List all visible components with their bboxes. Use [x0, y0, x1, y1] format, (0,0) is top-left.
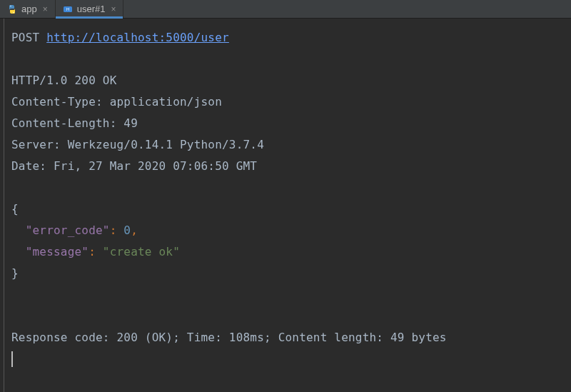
http-method: POST	[11, 31, 39, 44]
tab-app[interactable]: app ×	[0, 0, 56, 18]
blank-line	[11, 49, 565, 70]
tab-user1[interactable]: H user#1 ×	[56, 0, 124, 18]
blank-line	[11, 306, 565, 327]
http-icon: H	[63, 4, 73, 14]
json-line-message: "message": "create ok"	[11, 241, 565, 263]
gutter	[0, 19, 4, 392]
request-url[interactable]: http://localhost:5000/user	[46, 31, 229, 44]
tab-label: user#1	[77, 4, 106, 14]
tab-label: app	[21, 4, 37, 14]
python-icon	[7, 4, 17, 14]
response-summary: Response code: 200 (OK); Time: 108ms; Co…	[11, 327, 565, 348]
json-open: {	[11, 198, 565, 220]
request-line: POST http://localhost:5000/user	[11, 27, 565, 49]
status-line: HTTP/1.0 200 OK	[11, 70, 565, 91]
editor-pane[interactable]: POST http://localhost:5000/user HTTP/1.0…	[0, 19, 571, 378]
header-content-length: Content-Length: 49	[11, 113, 565, 134]
header-server: Server: Werkzeug/0.14.1 Python/3.7.4	[11, 134, 565, 156]
header-date: Date: Fri, 27 Mar 2020 07:06:50 GMT	[11, 156, 565, 177]
blank-line	[11, 284, 565, 306]
blank-line	[11, 177, 565, 198]
json-close: }	[11, 263, 565, 284]
cursor-line	[11, 348, 565, 370]
svg-text:H: H	[66, 7, 69, 11]
svg-point-0	[10, 5, 11, 6]
header-content-type: Content-Type: application/json	[11, 91, 565, 113]
json-line-error-code: "error_code": 0,	[11, 220, 565, 241]
close-icon[interactable]: ×	[43, 4, 48, 14]
close-icon[interactable]: ×	[111, 4, 116, 14]
svg-point-1	[13, 11, 14, 12]
caret-icon	[11, 351, 13, 367]
tab-bar: app × H user#1 ×	[0, 0, 571, 19]
